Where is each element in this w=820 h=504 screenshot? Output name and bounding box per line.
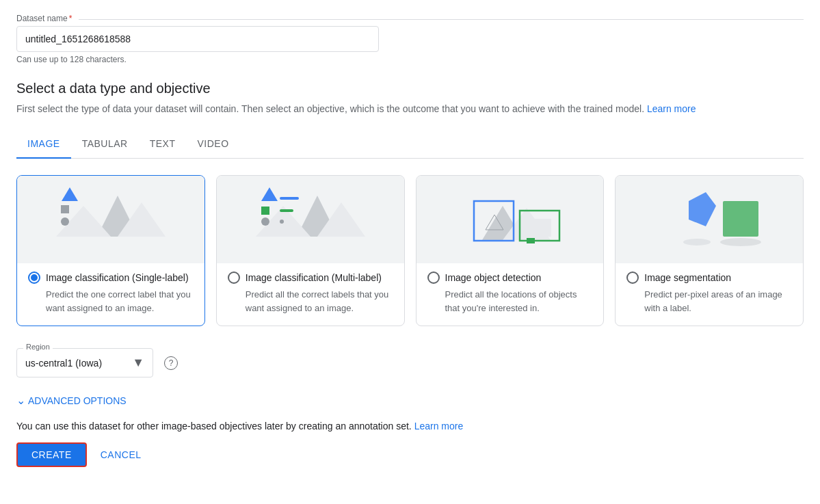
region-select-value: us-central1 (Iowa) [25, 358, 127, 369]
section-desc: First select the type of data your datas… [16, 102, 804, 116]
svg-rect-10 [280, 197, 299, 200]
radio-multi-label[interactable] [228, 271, 240, 284]
radio-object-detection[interactable] [427, 271, 440, 284]
advanced-options-label: ADVANCED OPTIONS [28, 395, 127, 406]
region-field: Region us-central1 (Iowa) ▼ [16, 348, 153, 377]
card-object-detection-body: Image object detection Predict all the l… [416, 263, 604, 326]
card-single-label-body: Image classification (Single-label) Pred… [17, 263, 204, 326]
region-help-icon[interactable]: ? [164, 356, 178, 370]
region-chevron-icon: ▼ [132, 356, 144, 370]
footer-text: You can use this dataset for other image… [16, 421, 804, 432]
svg-marker-9 [261, 187, 278, 201]
card-segmentation-body: Image segmentation Predict per-pixel are… [616, 263, 803, 326]
dataset-name-input[interactable] [16, 26, 379, 52]
card-single-label-title: Image classification (Single-label) [46, 272, 189, 283]
card-object-detection-title: Image object detection [445, 272, 542, 283]
card-multi-label-title: Image classification (Multi-label) [246, 272, 382, 283]
footer-learn-more-link[interactable]: Learn more [414, 421, 464, 432]
card-object-detection-desc: Predict all the locations of objects tha… [427, 288, 593, 315]
card-single-label-image [17, 176, 204, 263]
card-single-label-title-row: Image classification (Single-label) [28, 271, 194, 284]
region-section: Region us-central1 (Iowa) ▼ ? [16, 348, 804, 377]
section-learn-more-link[interactable]: Learn more [647, 103, 696, 114]
card-multi-label-desc: Predict all the correct labels that you … [228, 288, 393, 315]
dataset-name-label: Dataset name* [16, 14, 804, 23]
svg-rect-4 [61, 205, 69, 213]
svg-rect-21 [527, 238, 535, 243]
advanced-options-toggle[interactable]: ⌄ ADVANCED OPTIONS [16, 394, 804, 407]
create-button[interactable]: CREATE [16, 442, 87, 467]
card-segmentation-image [616, 176, 803, 263]
region-select[interactable]: us-central1 (Iowa) ▼ [16, 348, 153, 377]
card-multi-label-image [217, 176, 404, 263]
radio-single-label[interactable] [28, 271, 40, 284]
data-type-tabs: IMAGE TABULAR TEXT VIDEO [16, 130, 804, 159]
svg-point-25 [683, 239, 711, 246]
dataset-name-section: Dataset name* Can use up to 128 characte… [16, 14, 804, 64]
svg-point-5 [61, 217, 69, 226]
tab-tabular[interactable]: TABULAR [71, 130, 139, 159]
objective-cards: Image classification (Single-label) Pred… [16, 175, 804, 326]
card-multi-label[interactable]: Image classification (Multi-label) Predi… [216, 175, 405, 326]
svg-point-13 [261, 217, 269, 226]
svg-rect-11 [261, 207, 269, 215]
svg-point-24 [720, 238, 761, 246]
tab-video[interactable]: VIDEO [186, 130, 239, 159]
card-single-label[interactable]: Image classification (Single-label) Pred… [16, 175, 205, 326]
svg-marker-3 [62, 187, 78, 201]
radio-segmentation[interactable] [626, 271, 639, 284]
svg-rect-12 [280, 209, 293, 212]
card-multi-label-title-row: Image classification (Multi-label) [228, 271, 393, 284]
card-segmentation-desc: Predict per-pixel areas of an image with… [626, 288, 792, 315]
card-object-detection-title-row: Image object detection [427, 271, 593, 284]
svg-point-14 [280, 220, 284, 224]
card-segmentation[interactable]: Image segmentation Predict per-pixel are… [615, 175, 804, 326]
svg-rect-20 [527, 219, 551, 237]
cancel-button[interactable]: CANCEL [92, 444, 150, 466]
svg-marker-22 [689, 192, 716, 226]
svg-rect-23 [723, 201, 758, 237]
advanced-options-chevron-icon: ⌄ [16, 394, 25, 407]
region-label: Region [23, 343, 53, 351]
card-single-label-desc: Predict the one correct label that you w… [28, 288, 194, 315]
card-multi-label-body: Image classification (Multi-label) Predi… [217, 263, 404, 326]
card-object-detection[interactable]: Image object detection Predict all the l… [416, 175, 605, 326]
objective-section: Select a data type and objective First s… [16, 81, 804, 467]
card-object-detection-image [416, 176, 604, 263]
card-segmentation-title: Image segmentation [644, 272, 731, 283]
section-title: Select a data type and objective [16, 81, 804, 96]
card-segmentation-title-row: Image segmentation [626, 271, 792, 284]
action-buttons: CREATE CANCEL [16, 442, 804, 467]
tab-image[interactable]: IMAGE [16, 130, 71, 159]
tab-text[interactable]: TEXT [139, 130, 187, 159]
dataset-name-hint: Can use up to 128 characters. [16, 55, 804, 64]
